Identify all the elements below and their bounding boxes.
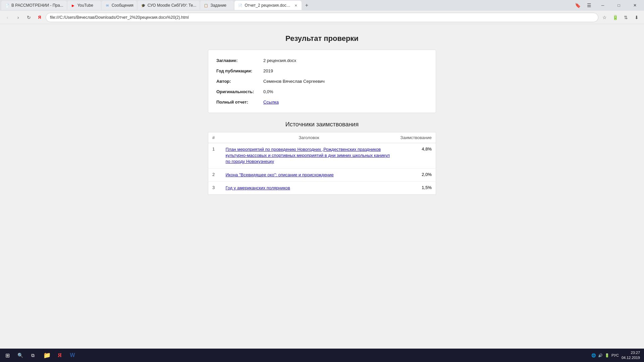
row-title-2: Икона "Всевидящее око": описание и проис… xyxy=(222,168,396,181)
source-link-2[interactable]: Икона "Всевидящее око": описание и проис… xyxy=(226,172,334,177)
taskbar-time: 23:27 04.12.2019 xyxy=(622,350,640,361)
report-row: Полный отчет: Ссылка xyxy=(216,97,428,107)
tab-active-favicon: 📄 xyxy=(238,3,243,8)
new-tab-button[interactable]: + xyxy=(302,1,311,10)
author-label: Автор: xyxy=(216,79,263,84)
download-button[interactable]: ⬇ xyxy=(632,13,641,22)
battery-taskbar-icon: 🔋 xyxy=(605,353,609,358)
address-bar[interactable]: file:///C:/Users/Вячеслав/Downloads/Отче… xyxy=(46,13,598,22)
tab-task-label: Задание xyxy=(210,3,230,8)
row-percent-1: 4,8% xyxy=(396,143,436,169)
tab-moodle-favicon: 🎓 xyxy=(141,3,146,8)
forward-button[interactable]: › xyxy=(13,13,23,22)
tab-1[interactable]: 📄 В РАССМОТРЕНИИ - Пра... xyxy=(1,1,67,10)
author-row: Автор: Семенов Вячеслав Сергеевич xyxy=(216,76,428,86)
tab-active-label: Отчет_2 рецензия.docx... xyxy=(245,3,291,8)
tab-task[interactable]: 📋 Задание xyxy=(200,1,234,10)
tab-messages[interactable]: ✉ Сообщения xyxy=(102,1,137,10)
row-percent-3: 1,5% xyxy=(396,181,436,194)
reload-button[interactable]: ↻ xyxy=(24,13,34,22)
date-display: 04.12.2019 xyxy=(622,355,640,360)
row-percent-2: 2,0% xyxy=(396,168,436,181)
report-label: Полный отчет: xyxy=(216,100,263,105)
time-display: 23:27 xyxy=(622,350,640,355)
tab-close-button[interactable]: ✕ xyxy=(293,3,298,8)
taskbar-right: 🌐 🔊 🔋 РУС 23:27 04.12.2019 xyxy=(591,350,643,361)
tab-1-label: В РАССМОТРЕНИИ - Пра... xyxy=(11,3,63,8)
address-text: file:///C:/Users/Вячеслав/Downloads/Отче… xyxy=(50,15,189,20)
source-link-1[interactable]: План мероприятий по проведению Новогодни… xyxy=(226,147,390,164)
tab-task-favicon: 📋 xyxy=(204,3,208,8)
title-bar: 📄 В РАССМОТРЕНИИ - Пра... ▶ YouTube ✉ Со… xyxy=(0,0,644,11)
row-num-3: 3 xyxy=(208,181,222,194)
navigation-bar: ‹ › ↻ Я file:///C:/Users/Вячеслав/Downlo… xyxy=(0,11,644,24)
title-row: Заглавие: 2 рецензия.docx xyxy=(216,55,428,66)
year-row: Год публикации: 2019 xyxy=(216,66,428,76)
search-button[interactable]: 🔍 xyxy=(14,349,26,361)
page-title: Результат проверки xyxy=(7,34,637,43)
sources-title: Источники заимствования xyxy=(208,121,436,128)
taskbar: ⊞ 🔍 ⧉ 📁 Я W 🌐 🔊 🔋 РУС 23:27 04.12.2 xyxy=(0,349,644,362)
system-icons: 🌐 🔊 🔋 РУС xyxy=(591,353,619,358)
taskbar-app-explorer[interactable]: 📁 xyxy=(41,349,53,361)
col-num-header: # xyxy=(208,132,222,143)
table-header-row: # Заголовок Заимствование xyxy=(208,132,436,143)
table-row: 3Год у американских полярников1,5% xyxy=(208,181,436,194)
title-value: 2 рецензия.docx xyxy=(263,58,296,63)
year-value: 2019 xyxy=(263,68,273,73)
close-button[interactable]: ✕ xyxy=(627,0,643,11)
minimize-button[interactable]: ─ xyxy=(595,0,610,11)
tab-messages-favicon: ✉ xyxy=(105,3,110,8)
tab-youtube-label: YouTube xyxy=(77,3,98,8)
tab-1-favicon: 📄 xyxy=(5,3,9,8)
originality-label: Оригинальность: xyxy=(216,89,263,94)
source-link-3[interactable]: Год у американских полярников xyxy=(226,185,290,190)
menu-button[interactable]: ☰ xyxy=(584,0,594,11)
table-row: 1План мероприятий по проведению Новогодн… xyxy=(208,143,436,169)
yandex-logo[interactable]: Я xyxy=(35,13,44,22)
tab-active[interactable]: 📄 Отчет_2 рецензия.docx... ✕ xyxy=(234,1,302,10)
lang-indicator: РУС xyxy=(611,353,619,357)
sources-table: # Заголовок Заимствование 1План мероприя… xyxy=(208,132,436,195)
start-button[interactable]: ⊞ xyxy=(1,349,13,361)
taskbar-app-word[interactable]: W xyxy=(66,349,78,361)
back-button[interactable]: ‹ xyxy=(3,13,12,22)
tab-moodle-label: СУО Moodle СибГИУ: Те... xyxy=(148,3,197,8)
sync-button[interactable]: ⇅ xyxy=(621,13,631,22)
table-row: 2Икона "Всевидящее око": описание и прои… xyxy=(208,168,436,181)
year-label: Год публикации: xyxy=(216,68,263,73)
taskbar-apps: 📁 Я W xyxy=(41,349,78,361)
row-title-3: Год у американских полярников xyxy=(222,181,396,194)
task-view-button[interactable]: ⧉ xyxy=(27,349,39,361)
tab-youtube-favicon: ▶ xyxy=(71,3,75,8)
browser-window: 📄 В РАССМОТРЕНИИ - Пра... ▶ YouTube ✉ Со… xyxy=(0,0,644,362)
row-title-1: План мероприятий по проведению Новогодни… xyxy=(222,143,396,169)
originality-row: Оригинальность: 0,0% xyxy=(216,86,428,97)
tab-moodle[interactable]: 🎓 СУО Moodle СибГИУ: Те... xyxy=(138,1,200,10)
battery-indicator: 🔋 xyxy=(610,13,620,22)
network-icon: 🌐 xyxy=(591,353,596,358)
bookmarks-button[interactable]: 🔖 xyxy=(572,0,583,11)
col-borrow-header: Заимствование xyxy=(396,132,436,143)
taskbar-app-yandex[interactable]: Я xyxy=(54,349,66,361)
tab-messages-label: Сообщения xyxy=(112,3,133,8)
row-num-1: 1 xyxy=(208,143,222,169)
page-content: Результат проверки Заглавие: 2 рецензия.… xyxy=(0,24,644,349)
row-num-2: 2 xyxy=(208,168,222,181)
nav-right-buttons: ☆ 🔋 ⇅ ⬇ xyxy=(600,13,641,22)
info-card: Заглавие: 2 рецензия.docx Год публикации… xyxy=(208,50,436,113)
bookmark-star-button[interactable]: ☆ xyxy=(600,13,609,22)
originality-value: 0,0% xyxy=(263,89,273,94)
maximize-button[interactable]: □ xyxy=(611,0,627,11)
title-label: Заглавие: xyxy=(216,58,263,63)
window-controls: 🔖 ☰ ─ □ ✕ xyxy=(572,0,643,11)
author-value: Семенов Вячеслав Сергеевич xyxy=(263,79,325,84)
tab-youtube[interactable]: ▶ YouTube xyxy=(67,1,101,10)
sound-icon: 🔊 xyxy=(598,353,603,358)
report-link[interactable]: Ссылка xyxy=(263,100,279,105)
col-title-header: Заголовок xyxy=(222,132,396,143)
